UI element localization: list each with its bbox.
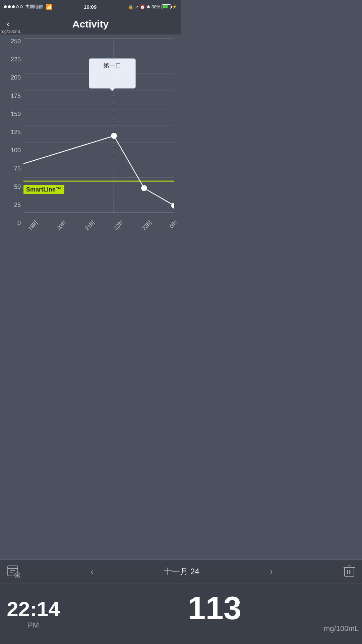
- lock-icon: 🔒: [128, 4, 133, 9]
- charging-icon: ⚡: [172, 5, 177, 9]
- y-label-175: 175: [1, 93, 21, 99]
- y-label-75: 75: [1, 165, 21, 171]
- y-axis-labels: 250 225 200 175 150 125 100 75 50 25 0: [1, 38, 21, 226]
- y-label-0: 0: [1, 220, 21, 226]
- y-label-225: 225: [1, 56, 21, 62]
- x-label-19: 19时: [27, 219, 40, 232]
- location-icon: ↗: [135, 4, 138, 9]
- x-label-21: 21时: [84, 219, 97, 232]
- carrier-name: 中国电信: [25, 4, 43, 10]
- chart-inner: mg/100mL 250 225 200 175 150 125 100 75 …: [23, 38, 174, 226]
- svg-point-5: [141, 185, 147, 191]
- chart-container: mg/100mL 250 225 200 175 150 125 100 75 …: [0, 35, 181, 250]
- bluetooth-icon: ✱: [146, 4, 150, 9]
- signal-dot-1: [4, 5, 7, 8]
- status-bar: 中国电信 📶 16:09 🔒 ↗ ⏰ ✱ 80% ⚡: [0, 0, 181, 13]
- y-label-50: 50: [1, 184, 21, 190]
- svg-point-6: [172, 203, 174, 208]
- signal-dot-4: [16, 5, 19, 8]
- y-label-250: 250: [1, 38, 21, 44]
- x-label-0: 0时: [168, 219, 179, 230]
- signal-dot-3: [12, 5, 15, 8]
- y-axis-unit: mg/100mL: [1, 29, 21, 34]
- y-label-125: 125: [1, 129, 21, 135]
- signal-dot-5: [20, 5, 23, 8]
- y-label-200: 200: [1, 74, 21, 80]
- y-label-150: 150: [1, 111, 21, 117]
- svg-line-3: [144, 188, 174, 206]
- x-label-20: 20时: [55, 219, 68, 232]
- svg-line-2: [114, 136, 144, 188]
- wifi-icon: 📶: [46, 4, 52, 10]
- back-button[interactable]: ‹: [7, 19, 10, 29]
- battery-percent: 80%: [152, 4, 160, 9]
- x-axis-labels: 19时 20时 21时 22时 23时 0时: [23, 213, 174, 226]
- svg-line-1: [23, 136, 114, 164]
- x-label-23: 23时: [141, 219, 154, 232]
- signal-dot-2: [8, 5, 11, 8]
- status-right: 🔒 ↗ ⏰ ✱ 80% ⚡: [128, 4, 177, 9]
- chart-svg: [23, 38, 174, 213]
- y-label-100: 100: [1, 147, 21, 153]
- x-label-22: 22时: [112, 219, 125, 232]
- battery-icon: [162, 4, 171, 9]
- page-title: Activity: [72, 18, 109, 30]
- page-header: ‹ Activity: [0, 13, 181, 35]
- alarm-icon: ⏰: [140, 4, 145, 9]
- status-left: 中国电信 📶: [4, 4, 52, 10]
- y-label-25: 25: [1, 202, 21, 208]
- status-time: 16:09: [84, 4, 97, 10]
